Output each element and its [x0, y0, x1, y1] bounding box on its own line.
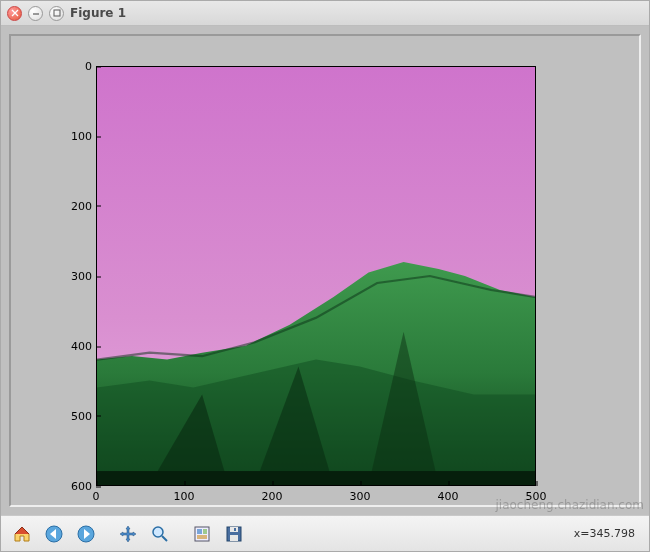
- x-tick: 500: [526, 490, 547, 503]
- nav-toolbar: x=345.798: [1, 515, 649, 551]
- x-tick: 400: [438, 490, 459, 503]
- titlebar[interactable]: Figure 1: [1, 1, 649, 26]
- svg-rect-10: [197, 535, 207, 539]
- subplots-button[interactable]: [187, 520, 217, 548]
- y-tick: 100: [71, 130, 92, 143]
- x-tick: 300: [350, 490, 371, 503]
- back-button[interactable]: [39, 520, 69, 548]
- window-title: Figure 1: [70, 6, 126, 20]
- y-tick: 600: [71, 480, 92, 493]
- forward-icon: [76, 524, 96, 544]
- svg-rect-2: [97, 471, 535, 485]
- save-button[interactable]: [219, 520, 249, 548]
- y-tick: 300: [71, 270, 92, 283]
- cursor-status: x=345.798: [574, 527, 635, 540]
- image-plot[interactable]: [96, 66, 536, 486]
- svg-rect-14: [234, 528, 236, 531]
- pan-button[interactable]: [113, 520, 143, 548]
- svg-point-5: [153, 527, 163, 537]
- home-button[interactable]: [7, 520, 37, 548]
- figure-canvas[interactable]: 0 100 200 300 400 500 600 0 100 200 300 …: [9, 34, 641, 507]
- close-icon[interactable]: [7, 6, 22, 21]
- y-tick: 0: [85, 60, 92, 73]
- x-tick: 0: [93, 490, 100, 503]
- displayed-image: [97, 67, 535, 485]
- save-icon: [224, 524, 244, 544]
- x-tick: 100: [174, 490, 195, 503]
- back-icon: [44, 524, 64, 544]
- axes: 0 100 200 300 400 500 600 0 100 200 300 …: [96, 66, 536, 486]
- pan-icon: [118, 524, 138, 544]
- maximize-icon[interactable]: [49, 6, 64, 21]
- home-icon: [12, 524, 32, 544]
- y-tick: 200: [71, 199, 92, 212]
- svg-line-6: [162, 536, 167, 541]
- subplots-icon: [192, 524, 212, 544]
- svg-rect-8: [197, 529, 202, 534]
- svg-rect-13: [230, 535, 238, 541]
- zoom-button[interactable]: [145, 520, 175, 548]
- x-tick: 200: [262, 490, 283, 503]
- canvas-area: 0 100 200 300 400 500 600 0 100 200 300 …: [1, 26, 649, 515]
- zoom-icon: [150, 524, 170, 544]
- y-tick: 500: [71, 409, 92, 422]
- figure-window: Figure 1: [0, 0, 650, 552]
- svg-rect-0: [54, 10, 60, 16]
- minimize-icon[interactable]: [28, 6, 43, 21]
- y-tick: 400: [71, 340, 92, 353]
- forward-button[interactable]: [71, 520, 101, 548]
- svg-rect-9: [203, 529, 207, 534]
